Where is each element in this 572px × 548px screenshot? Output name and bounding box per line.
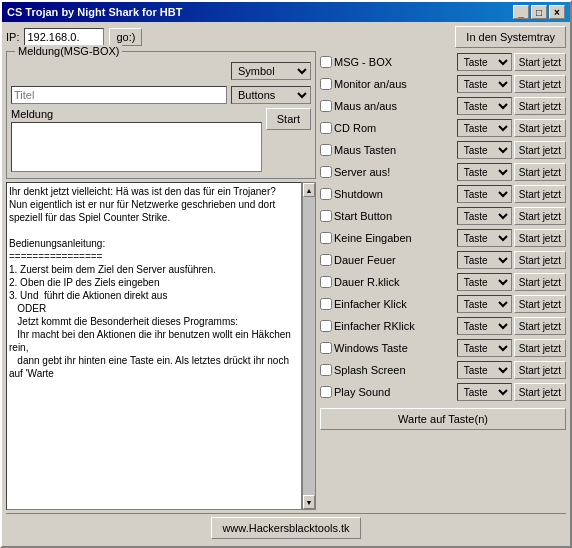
meldung-text-area: Meldung <box>11 108 262 174</box>
start-jetzt-btn-monitor-an-aus[interactable]: Start jetzt <box>514 75 566 93</box>
go-button[interactable]: go:) <box>109 28 142 46</box>
action-row-windows-taste: Windows TasteTasteStart jetzt <box>320 337 566 359</box>
checkbox-maus-tasten[interactable] <box>320 144 332 156</box>
checkbox-einfacher-rklick[interactable] <box>320 320 332 332</box>
ip-input[interactable] <box>24 28 104 46</box>
start-jetzt-btn-splash-screen[interactable]: Start jetzt <box>514 361 566 379</box>
taste-select-einfacher-klick[interactable]: Taste <box>457 295 512 313</box>
info-scrollbar-area: Ihr denkt jetzt vielleicht: Hä was ist d… <box>6 182 316 510</box>
label-shutdown: Shutdown <box>334 188 455 200</box>
start-jetzt-btn-server-aus[interactable]: Start jetzt <box>514 163 566 181</box>
title-bar-buttons: _ □ × <box>513 5 565 19</box>
msg-start-area: Start <box>266 108 311 130</box>
taste-select-monitor-an-aus[interactable]: Taste <box>457 75 512 93</box>
scroll-down-button[interactable]: ▼ <box>303 495 315 509</box>
checkbox-start-button[interactable] <box>320 210 332 222</box>
action-row-start-button: Start ButtonTasteStart jetzt <box>320 205 566 227</box>
checkbox-dauer-rklick[interactable] <box>320 276 332 288</box>
action-row-maus-tasten: Maus TastenTasteStart jetzt <box>320 139 566 161</box>
label-windows-taste: Windows Taste <box>334 342 455 354</box>
main-window: CS Trojan by Night Shark for HBT _ □ × I… <box>0 0 572 548</box>
start-jetzt-btn-dauer-rklick[interactable]: Start jetzt <box>514 273 566 291</box>
scrollbar-vertical: ▲ ▼ <box>302 182 316 510</box>
warte-button[interactable]: Warte auf Taste(n) <box>320 408 566 430</box>
checkbox-dauer-feuer[interactable] <box>320 254 332 266</box>
action-row-cd-rom: CD RomTasteStart jetzt <box>320 117 566 139</box>
action-row-shutdown: ShutdownTasteStart jetzt <box>320 183 566 205</box>
checkbox-server-aus[interactable] <box>320 166 332 178</box>
start-jetzt-btn-dauer-feuer[interactable]: Start jetzt <box>514 251 566 269</box>
taste-select-splash-screen[interactable]: Taste <box>457 361 512 379</box>
checkbox-keine-eingaben[interactable] <box>320 232 332 244</box>
action-row-dauer-rklick: Dauer R.klickTasteStart jetzt <box>320 271 566 293</box>
checkbox-msg-box[interactable] <box>320 56 332 68</box>
buttons-select[interactable]: Buttons OK OK/Cancel Yes/No <box>231 86 311 104</box>
title-bar: CS Trojan by Night Shark for HBT _ □ × <box>2 2 570 22</box>
label-monitor-an-aus: Monitor an/aus <box>334 78 455 90</box>
start-jetzt-btn-einfacher-rklick[interactable]: Start jetzt <box>514 317 566 335</box>
minimize-button[interactable]: _ <box>513 5 529 19</box>
taste-select-einfacher-rklick[interactable]: Taste <box>457 317 512 335</box>
checkbox-splash-screen[interactable] <box>320 364 332 376</box>
taste-select-cd-rom[interactable]: Taste <box>457 119 512 137</box>
start-jetzt-btn-maus-tasten[interactable]: Start jetzt <box>514 141 566 159</box>
taste-select-maus-an-aus[interactable]: Taste <box>457 97 512 115</box>
start-jetzt-btn-shutdown[interactable]: Start jetzt <box>514 185 566 203</box>
action-row-monitor-an-aus: Monitor an/ausTasteStart jetzt <box>320 73 566 95</box>
action-row-einfacher-klick: Einfacher KlickTasteStart jetzt <box>320 293 566 315</box>
start-jetzt-btn-keine-eingaben[interactable]: Start jetzt <box>514 229 566 247</box>
taste-select-keine-eingaben[interactable]: Taste <box>457 229 512 247</box>
label-play-sound: Play Sound <box>334 386 455 398</box>
taste-select-start-button[interactable]: Taste <box>457 207 512 225</box>
maximize-button[interactable]: □ <box>531 5 547 19</box>
taste-select-maus-tasten[interactable]: Taste <box>457 141 512 159</box>
start-jetzt-btn-play-sound[interactable]: Start jetzt <box>514 383 566 401</box>
website-button[interactable]: www.Hackersblacktools.tk <box>211 517 360 539</box>
label-einfacher-rklick: Einfacher RKlick <box>334 320 455 332</box>
meldung-label: Meldung <box>11 108 262 120</box>
taste-select-msg-box[interactable]: Taste <box>457 53 512 71</box>
taste-select-server-aus[interactable]: Taste <box>457 163 512 181</box>
checkbox-monitor-an-aus[interactable] <box>320 78 332 90</box>
start-jetzt-btn-windows-taste[interactable]: Start jetzt <box>514 339 566 357</box>
symbol-select[interactable]: Symbol Information Warning Error <box>231 62 311 80</box>
meldung-textarea[interactable] <box>11 122 262 172</box>
checkbox-cd-rom[interactable] <box>320 122 332 134</box>
start-jetzt-btn-maus-an-aus[interactable]: Start jetzt <box>514 97 566 115</box>
checkbox-shutdown[interactable] <box>320 188 332 200</box>
start-jetzt-btn-einfacher-klick[interactable]: Start jetzt <box>514 295 566 313</box>
window-title: CS Trojan by Night Shark for HBT <box>7 6 182 18</box>
start-jetzt-btn-cd-rom[interactable]: Start jetzt <box>514 119 566 137</box>
left-panel: Meldung(MSG-BOX) Symbol Information Warn… <box>6 51 316 510</box>
taste-select-play-sound[interactable]: Taste <box>457 383 512 401</box>
right-panel: MSG - BOXTasteStart jetztMonitor an/ausT… <box>320 51 566 510</box>
action-row-maus-an-aus: Maus an/ausTasteStart jetzt <box>320 95 566 117</box>
start-jetzt-btn-msg-box[interactable]: Start jetzt <box>514 53 566 71</box>
label-cd-rom: CD Rom <box>334 122 455 134</box>
taste-select-dauer-rklick[interactable]: Taste <box>457 273 512 291</box>
checkbox-einfacher-klick[interactable] <box>320 298 332 310</box>
taste-select-shutdown[interactable]: Taste <box>457 185 512 203</box>
titel-row: Buttons OK OK/Cancel Yes/No <box>11 86 311 104</box>
systray-button[interactable]: In den Systemtray <box>455 26 566 48</box>
taste-select-dauer-feuer[interactable]: Taste <box>457 251 512 269</box>
content-area: IP: go:) In den Systemtray Meldung(MSG-B… <box>2 22 570 546</box>
meldung-start-button[interactable]: Start <box>266 108 311 130</box>
info-text: Ihr denkt jetzt vielleicht: Hä was ist d… <box>6 182 302 510</box>
bottom-bar: www.Hackersblacktools.tk <box>6 513 566 542</box>
checkbox-windows-taste[interactable] <box>320 342 332 354</box>
scroll-up-button[interactable]: ▲ <box>303 183 315 197</box>
checkbox-maus-an-aus[interactable] <box>320 100 332 112</box>
label-dauer-feuer: Dauer Feuer <box>334 254 455 266</box>
taste-select-windows-taste[interactable]: Taste <box>457 339 512 357</box>
close-button[interactable]: × <box>549 5 565 19</box>
checkbox-play-sound[interactable] <box>320 386 332 398</box>
label-einfacher-klick: Einfacher Klick <box>334 298 455 310</box>
label-start-button: Start Button <box>334 210 455 222</box>
meldung-group: Meldung(MSG-BOX) Symbol Information Warn… <box>6 51 316 179</box>
titel-input[interactable] <box>11 86 227 104</box>
start-jetzt-btn-start-button[interactable]: Start jetzt <box>514 207 566 225</box>
scroll-track <box>303 197 315 495</box>
action-row-einfacher-rklick: Einfacher RKlickTasteStart jetzt <box>320 315 566 337</box>
label-dauer-rklick: Dauer R.klick <box>334 276 455 288</box>
